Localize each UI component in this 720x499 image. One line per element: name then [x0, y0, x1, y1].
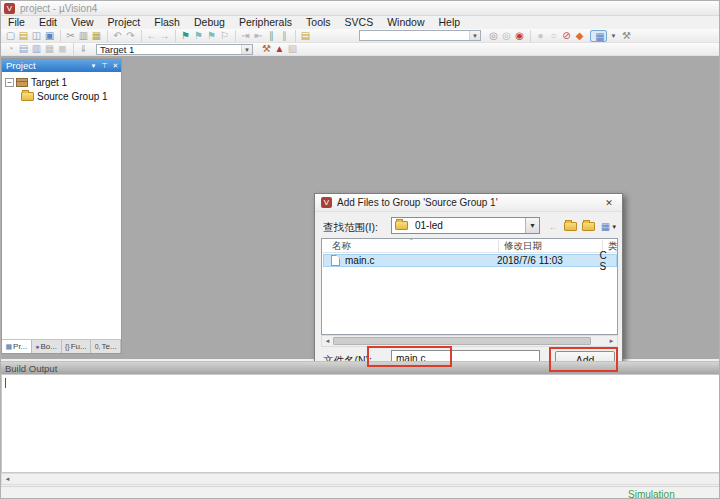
manage-project-items-icon[interactable]: ▲: [273, 43, 286, 55]
navigate-back-icon[interactable]: ←: [141, 30, 158, 42]
prev-bookmark-icon[interactable]: ⚑: [192, 30, 205, 42]
debug-session-icon[interactable]: ◆: [573, 30, 586, 42]
menu-file[interactable]: File: [1, 16, 32, 29]
window-layout-icon[interactable]: ▦: [590, 30, 607, 42]
panel-tab-te[interactable]: 0,Te...: [91, 340, 121, 353]
next-bookmark-icon[interactable]: ⚑: [205, 30, 218, 42]
clear-bookmarks-icon[interactable]: ⚐: [218, 30, 231, 42]
back-icon[interactable]: ←: [546, 220, 561, 233]
up-one-level-icon[interactable]: [563, 220, 578, 233]
insert-breakpoint-icon[interactable]: ●: [530, 30, 547, 42]
open-file-icon[interactable]: ▤: [17, 30, 30, 42]
functions-tab-icon: {}: [65, 343, 70, 350]
file-list-header: 名称 ˆ 修改日期 类: [322, 239, 617, 253]
menu-view[interactable]: View: [64, 16, 101, 29]
tree-item-source-group[interactable]: Source Group 1: [21, 90, 108, 103]
target-select[interactable]: Target 1 ▼: [96, 44, 253, 55]
configure-tools-icon[interactable]: ⚒: [620, 30, 633, 42]
look-in-dropdown-icon[interactable]: ▼: [525, 218, 539, 233]
tree-item-label[interactable]: Source Group 1: [37, 91, 108, 102]
tree-item-label[interactable]: Target 1: [31, 77, 67, 88]
menu-edit[interactable]: Edit: [32, 16, 64, 29]
translate-icon[interactable]: ◔: [4, 43, 17, 55]
column-separator[interactable]: [498, 240, 499, 252]
download-icon[interactable]: ⇓: [73, 43, 90, 55]
save-all-icon[interactable]: ▣: [43, 30, 56, 42]
title-bar[interactable]: V project - µVision4: [1, 1, 720, 16]
uncomment-icon[interactable]: ∥: [278, 30, 291, 42]
panel-menu-icon[interactable]: ▼: [88, 63, 99, 69]
find-next-icon[interactable]: ◎: [500, 30, 513, 42]
file-extensions-icon[interactable]: ▧: [286, 43, 299, 55]
panel-tab-label: Te...: [101, 342, 116, 351]
menu-window[interactable]: Window: [380, 16, 431, 29]
file-row-main-c[interactable]: main.c 2018/7/6 11:03 C S: [323, 254, 617, 267]
rebuild-icon[interactable]: ▥: [30, 43, 43, 55]
scroll-left-icon[interactable]: ◄: [2, 476, 13, 482]
kill-breakpoints-icon[interactable]: ⊘: [560, 30, 573, 42]
uvision-dialog-icon: V: [321, 197, 332, 208]
menu-peripherals[interactable]: Peripherals: [232, 16, 299, 29]
close-icon[interactable]: ✕: [110, 62, 121, 70]
dialog-close-icon[interactable]: ✕: [601, 198, 617, 208]
indent-icon[interactable]: ⇥: [235, 30, 252, 42]
menu-svcs[interactable]: SVCS: [338, 16, 381, 29]
build-output-content[interactable]: [1, 374, 720, 473]
panel-tab-fu[interactable]: {}Fu...: [62, 340, 92, 353]
column-name[interactable]: 名称: [332, 240, 351, 253]
navigate-forward-icon[interactable]: →: [158, 30, 171, 42]
target-dropdown-icon[interactable]: ▼: [241, 45, 252, 54]
tree-item-target[interactable]: − Target 1: [5, 76, 67, 89]
collapse-icon[interactable]: −: [5, 78, 14, 87]
menu-debug[interactable]: Debug: [187, 16, 232, 29]
scrollbar-thumb[interactable]: [333, 337, 591, 345]
look-in-combo[interactable]: 01-led ▼: [391, 217, 540, 234]
build-output-hscrollbar[interactable]: ◄: [1, 473, 720, 485]
undo-icon[interactable]: ↶: [107, 30, 124, 42]
disable-breakpoint-icon[interactable]: ○: [547, 30, 560, 42]
text-caret: [5, 378, 6, 388]
new-file-icon[interactable]: ▢: [4, 30, 17, 42]
panel-tab-pr[interactable]: ▦Pr...: [2, 340, 32, 353]
dialog-title-bar[interactable]: V Add Files to Group 'Source Group 1' ✕: [315, 194, 622, 212]
find-in-files-icon[interactable]: ◎: [487, 30, 500, 42]
file-list-hscrollbar[interactable]: ◄ ►: [321, 335, 618, 347]
configure-find-icon[interactable]: ▤: [295, 30, 312, 42]
window-layout-arrow-icon[interactable]: ▼: [607, 30, 620, 42]
uvision-window: V project - µVision4 FileEditViewProject…: [0, 0, 720, 499]
scroll-left-icon[interactable]: ◄: [322, 338, 333, 344]
copy-icon[interactable]: ▥: [77, 30, 90, 42]
redo-icon[interactable]: ↷: [124, 30, 137, 42]
batch-build-icon[interactable]: ▦: [43, 43, 56, 55]
comment-icon[interactable]: ∥: [265, 30, 278, 42]
menu-help[interactable]: Help: [432, 16, 468, 29]
search-dropdown-icon[interactable]: ▼: [469, 31, 480, 40]
bookmark-icon[interactable]: ⚑: [175, 30, 192, 42]
menu-flash[interactable]: Flash: [147, 16, 187, 29]
view-menu-icon[interactable]: ▦ ▼: [599, 220, 619, 233]
cut-icon[interactable]: ✂: [60, 30, 77, 42]
stop-build-icon[interactable]: ◼: [56, 43, 69, 55]
column-date-modified[interactable]: 修改日期: [504, 240, 542, 253]
pin-icon[interactable]: ⊤: [99, 62, 110, 70]
outdent-icon[interactable]: ⇤: [252, 30, 265, 42]
options-for-target-icon[interactable]: ⚒: [260, 43, 273, 55]
up-folder-glyph: [564, 222, 577, 231]
search-combo[interactable]: ▼: [359, 30, 481, 41]
new-folder-icon[interactable]: [581, 220, 596, 233]
menu-tools[interactable]: Tools: [299, 16, 338, 29]
panel-tab-bo[interactable]: ●Bo...: [32, 340, 62, 353]
toolbar-build-right: ⚒▲▧: [257, 43, 299, 55]
paste-icon[interactable]: ▦: [90, 30, 103, 42]
search-icon[interactable]: ◉: [513, 30, 526, 42]
project-panel: Project ▼ ⊤ ✕ − Target 1 Source Group 1 …: [1, 58, 122, 354]
save-icon[interactable]: ◫: [30, 30, 43, 42]
menu-project[interactable]: Project: [101, 16, 148, 29]
file-date-cell: 2018/7/6 11:03: [497, 255, 600, 266]
scroll-right-icon[interactable]: ►: [606, 338, 617, 344]
build-icon[interactable]: ▤: [17, 43, 30, 55]
project-tab-icon: ▦: [5, 343, 12, 351]
new-folder-glyph: [582, 222, 595, 231]
annotation-filename-highlight: [367, 346, 452, 367]
project-panel-header[interactable]: Project ▼ ⊤ ✕: [2, 59, 121, 72]
